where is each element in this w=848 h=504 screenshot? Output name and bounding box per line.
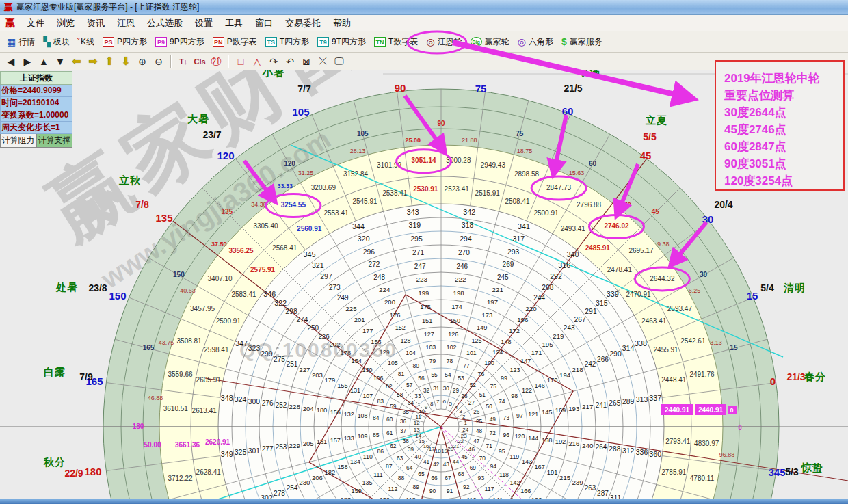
svg-text:174: 174 (451, 303, 462, 310)
degree-label-15: 15 (747, 290, 758, 302)
toolbar-button-T数字表[interactable]: TNT数字表 (370, 34, 422, 50)
toolbar-button-P四方形[interactable]: PSP四方形 (98, 34, 151, 50)
nav-next-icon[interactable]: ▶ (19, 54, 36, 69)
degree-label-345: 345 (768, 466, 785, 478)
winner-service-icon: $ (561, 37, 567, 47)
svg-text:13: 13 (414, 427, 420, 433)
svg-text:93: 93 (478, 475, 485, 481)
svg-text:239: 239 (572, 479, 583, 486)
svg-text:17: 17 (429, 446, 435, 452)
svg-text:18: 18 (435, 448, 441, 454)
rotate-ccw-icon[interactable]: ↶ (282, 54, 298, 69)
toolbar-button-9P四方形[interactable]: P99P四方形 (151, 34, 209, 50)
svg-text:3051.14: 3051.14 (412, 157, 437, 164)
toolbar-button-六角形[interactable]: ◎六角形 (514, 34, 557, 50)
svg-text:101: 101 (466, 349, 477, 356)
svg-text:288: 288 (609, 445, 620, 453)
solar-term-大暑: 大暑 (187, 113, 209, 126)
svg-text:45: 45 (462, 454, 468, 460)
svg-text:127: 127 (424, 331, 434, 338)
svg-text:254: 254 (287, 484, 298, 492)
menu-item-工具[interactable]: 工具 (219, 16, 249, 29)
svg-text:215: 215 (559, 474, 570, 481)
toolbar-button-板块[interactable]: ▚板块 (39, 34, 74, 50)
cls-button[interactable]: Cls (191, 54, 208, 69)
svg-text:2590.91: 2590.91 (216, 317, 241, 325)
svg-text:336: 336 (636, 448, 648, 456)
svg-text:2778.41: 2778.41 (654, 499, 679, 499)
toolbar-button-P数字表[interactable]: PNP数字表 (209, 34, 261, 50)
menu-item-浏览[interactable]: 浏览 (51, 16, 81, 29)
menu-item-窗口[interactable]: 窗口 (249, 16, 279, 29)
center-icon[interactable]: ⤫ (315, 54, 331, 69)
svg-text:345: 345 (304, 250, 316, 258)
nav-down-icon[interactable]: ▼ (52, 54, 68, 69)
toolbar-button-赢家轮[interactable]: Big赢家轮 (466, 34, 514, 50)
menu-item-帮助[interactable]: 帮助 (327, 16, 357, 29)
toolbar-button-9T四方形[interactable]: T99T四方形 (313, 34, 370, 50)
svg-text:54: 54 (445, 371, 451, 378)
menu-item-江恩[interactable]: 江恩 (111, 16, 141, 29)
svg-text:67: 67 (445, 475, 451, 481)
svg-text:240: 240 (582, 442, 594, 449)
shift-down-icon[interactable]: ⬇ (118, 54, 134, 69)
svg-text:339: 339 (607, 290, 619, 298)
nav-up-icon[interactable]: ▲ (36, 54, 52, 69)
menu-item-交易委托[interactable]: 交易委托 (279, 16, 327, 29)
svg-text:141: 141 (492, 496, 503, 499)
app-logo-icon: 赢 (4, 1, 13, 14)
toolbar-button-江恩轮[interactable]: ◎江恩轮 (422, 34, 466, 50)
calc-support-button[interactable]: 计算支撑 (36, 134, 72, 148)
svg-text:349: 349 (221, 450, 233, 458)
svg-text:29: 29 (453, 388, 460, 394)
zoom-in-icon[interactable]: ⊕ (134, 54, 150, 69)
svg-text:150: 150 (173, 271, 185, 278)
svg-text:3254.55: 3254.55 (281, 201, 306, 209)
toolbar-button-T四方形[interactable]: TST四方形 (261, 34, 313, 50)
gann-wheel-icon: ◎ (426, 37, 434, 47)
svg-text:136: 136 (380, 496, 390, 499)
rotate-cw-icon[interactable]: ↷ (265, 54, 282, 69)
svg-text:31.25: 31.25 (298, 170, 314, 176)
svg-text:242: 242 (585, 360, 596, 368)
menu-item-资讯[interactable]: 资讯 (81, 16, 111, 29)
toolbar-button-行情[interactable]: ▦行情 (3, 34, 39, 50)
nav-prev-icon[interactable]: ◀ (3, 54, 19, 69)
svg-text:2538.41: 2538.41 (382, 189, 408, 197)
shift-right-icon[interactable]: ➡ (85, 54, 101, 69)
shift-left-icon[interactable]: ⬅ (68, 54, 85, 69)
svg-text:2613.41: 2613.41 (192, 407, 217, 414)
calendar-icon[interactable]: ㉑ (208, 54, 224, 69)
delete-box-icon[interactable]: ⊠ (298, 54, 315, 69)
svg-text:241: 241 (596, 401, 607, 409)
svg-text:2448.41: 2448.41 (661, 376, 687, 384)
svg-text:103: 103 (426, 344, 436, 351)
svg-text:200: 200 (384, 298, 395, 306)
svg-text:342: 342 (463, 208, 475, 216)
square-tool-icon[interactable]: □ (233, 54, 249, 69)
svg-text:290: 290 (609, 350, 622, 358)
svg-text:117: 117 (485, 486, 494, 492)
svg-text:265: 265 (609, 399, 620, 407)
t9-square-icon: T9 (317, 37, 329, 47)
time-price-icon[interactable]: T↓ (175, 54, 191, 69)
svg-text:157: 157 (330, 437, 341, 444)
svg-text:111: 111 (373, 471, 382, 478)
svg-text:8: 8 (430, 401, 434, 407)
menu-item-文件[interactable]: 文件 (21, 16, 51, 29)
triangle-tool-icon[interactable]: △ (249, 54, 265, 69)
svg-text:33.33: 33.33 (277, 183, 293, 189)
screen-icon[interactable]: 🖵 (331, 54, 347, 69)
svg-text:180: 180 (317, 406, 328, 414)
svg-text:46.88: 46.88 (148, 395, 163, 401)
svg-text:225: 225 (345, 305, 357, 313)
date-label-5/5: 5/5 (643, 131, 656, 142)
menu-item-公式选股[interactable]: 公式选股 (141, 16, 189, 29)
toolbar-label: T四方形 (280, 36, 309, 48)
shift-up-icon[interactable]: ⬆ (101, 54, 118, 69)
toolbar-button-赢家服务[interactable]: $赢家服务 (557, 34, 607, 50)
calc-resistance-button[interactable]: 计算阻力 (0, 134, 36, 148)
toolbar-button-K线[interactable]: ꜘK线 (74, 34, 98, 50)
zoom-out-icon[interactable]: ⊖ (150, 54, 167, 69)
menu-item-设置[interactable]: 设置 (189, 16, 219, 29)
